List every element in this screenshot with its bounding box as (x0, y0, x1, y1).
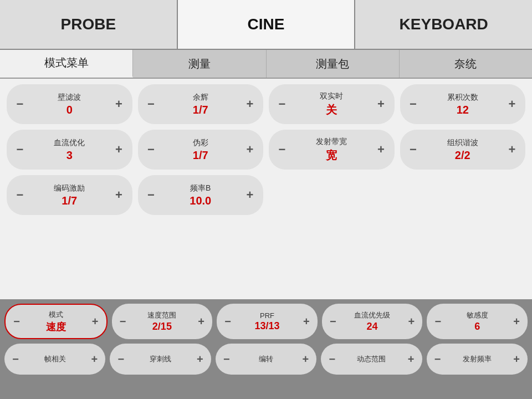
encode-minus[interactable]: − (220, 353, 233, 366)
pseudo-color-plus[interactable]: + (242, 144, 258, 156)
flow-priority-plus[interactable]: + (405, 315, 418, 328)
tissue-harmonic-minus[interactable]: − (406, 144, 421, 156)
mode-label: 模式 (49, 310, 63, 320)
wall-filter-value: 0 (66, 104, 73, 116)
bottom-control-dynamic-range: − 动态范围 + (321, 344, 422, 375)
emit-freq-plus[interactable]: + (510, 353, 523, 366)
tab-cine[interactable]: CINE (178, 0, 356, 49)
sub-tab-bar: 模式菜单 测量 测量包 奈统 (0, 50, 532, 79)
bottom-control-emit-freq: − 发射频率 + (427, 344, 528, 375)
speed-range-minus[interactable]: − (116, 315, 130, 328)
flow-optimize-label: 血流优化 (54, 138, 85, 148)
control-afterglow: − 余辉 1/7 + (138, 84, 264, 124)
speed-range-plus[interactable]: + (195, 315, 208, 328)
dual-realtime-minus[interactable]: − (274, 98, 290, 110)
flow-optimize-plus[interactable]: + (111, 144, 127, 156)
prf-plus[interactable]: + (300, 315, 313, 328)
code-excite-value: 1/7 (62, 195, 77, 207)
afterglow-label: 余辉 (193, 93, 208, 103)
puncture-line-label: 穿刺线 (150, 354, 171, 364)
freq-b-plus[interactable]: + (242, 189, 258, 201)
sensitivity-plus[interactable]: + (510, 315, 523, 328)
subtab-system[interactable]: 奈统 (400, 50, 532, 78)
puncture-line-minus[interactable]: − (114, 353, 127, 366)
control-flow-optimize: − 血流优化 3 + (7, 130, 132, 170)
pseudo-color-label: 伪彩 (193, 138, 208, 148)
mode-plus[interactable]: + (89, 315, 102, 328)
frame-corr-plus[interactable]: + (88, 353, 101, 366)
wall-filter-plus[interactable]: + (111, 98, 127, 110)
tissue-harmonic-label: 组织谐波 (447, 138, 478, 148)
flow-priority-minus[interactable]: − (326, 315, 340, 328)
tissue-harmonic-plus[interactable]: + (504, 144, 520, 156)
pseudo-color-minus[interactable]: − (144, 144, 159, 156)
bottom-control-flow-priority: − 血流优先级 24 + (322, 304, 423, 339)
bottom-control-frame-corr: − 帧相关 + (4, 344, 105, 375)
wall-filter-minus[interactable]: − (12, 98, 28, 110)
pseudo-color-value: 1/7 (193, 149, 208, 162)
emit-freq-label: 发射频率 (463, 354, 492, 364)
dynamic-range-plus[interactable]: + (405, 353, 418, 366)
bottom-control-prf: − PRF 13/13 + (217, 304, 318, 339)
controls-grid: − 壁滤波 0 + − 余辉 1/7 + − 双实时 关 + − (0, 79, 532, 299)
prf-value: 13/13 (254, 320, 279, 332)
control-code-excite: − 编码激励 1/7 + (7, 175, 132, 215)
bottom-row1: − 模式 速度 + − 速度范围 2/15 + − PRF 13/13 + − (4, 304, 528, 339)
accum-times-plus[interactable]: + (504, 98, 520, 110)
bottom-bar: − 模式 速度 + − 速度范围 2/15 + − PRF 13/13 + − (0, 299, 532, 378)
dual-realtime-label: 双实时 (320, 91, 343, 101)
accum-times-label: 累积次数 (447, 93, 478, 103)
emit-freq-minus[interactable]: − (431, 353, 444, 366)
control-emit-bandwidth: − 发射带宽 宽 + (269, 130, 395, 170)
tab-probe[interactable]: PROBE (0, 0, 178, 49)
afterglow-value: 1/7 (193, 104, 208, 116)
speed-range-label: 速度范围 (147, 310, 176, 320)
subtab-mode-menu[interactable]: 模式菜单 (0, 50, 133, 78)
control-wall-filter: − 壁滤波 0 + (7, 84, 132, 124)
code-excite-label: 编码激励 (54, 183, 85, 193)
prf-minus[interactable]: − (221, 315, 234, 328)
tab-keyboard[interactable]: KEYBOARD (355, 0, 532, 49)
subtab-measure-pack[interactable]: 测量包 (267, 50, 400, 78)
flow-priority-label: 血流优先级 (354, 310, 390, 320)
freq-b-minus[interactable]: − (144, 189, 159, 201)
freq-b-value: 10.0 (190, 195, 211, 207)
frame-corr-label: 帧相关 (44, 354, 66, 364)
emit-bandwidth-label: 发射带宽 (316, 137, 347, 147)
encode-plus[interactable]: + (299, 353, 312, 366)
dual-realtime-plus[interactable]: + (374, 98, 389, 110)
mode-minus[interactable]: − (10, 315, 23, 328)
bottom-control-speed-range: − 速度范围 2/15 + (112, 304, 213, 339)
emit-bandwidth-plus[interactable]: + (374, 144, 389, 156)
sensitivity-value: 6 (474, 321, 480, 332)
bottom-row2: − 帧相关 + − 穿刺线 + − 编转 + − 动态范围 + (4, 344, 528, 375)
prf-label: PRF (260, 311, 274, 320)
sensitivity-minus[interactable]: − (431, 315, 444, 328)
frame-corr-minus[interactable]: − (9, 353, 22, 366)
emit-bandwidth-minus[interactable]: − (274, 144, 290, 156)
speed-range-value: 2/15 (152, 321, 172, 332)
emit-bandwidth-value: 宽 (326, 148, 337, 163)
bottom-control-puncture-line: − 穿刺线 + (110, 344, 211, 375)
flow-optimize-minus[interactable]: − (12, 144, 28, 156)
code-excite-minus[interactable]: − (12, 189, 28, 201)
control-dual-realtime: − 双实时 关 + (269, 84, 395, 124)
sensitivity-label: 敏感度 (467, 310, 488, 320)
afterglow-minus[interactable]: − (144, 98, 159, 110)
dynamic-range-label: 动态范围 (357, 354, 386, 364)
wall-filter-label: 壁滤波 (58, 93, 81, 103)
code-excite-plus[interactable]: + (111, 189, 127, 201)
dynamic-range-minus[interactable]: − (325, 353, 339, 366)
control-freq-b: − 频率B 10.0 + (138, 175, 264, 215)
main-area: 模式菜单 测量 测量包 奈统 − 壁滤波 0 + − 余辉 1/7 (0, 50, 532, 299)
flow-priority-value: 24 (367, 321, 378, 332)
puncture-line-plus[interactable]: + (193, 353, 207, 366)
top-tab-bar: PROBE CINE KEYBOARD (0, 0, 532, 50)
subtab-measure[interactable]: 测量 (133, 50, 266, 78)
accum-times-minus[interactable]: − (406, 98, 421, 110)
freq-b-label: 频率B (190, 183, 211, 193)
tissue-harmonic-value: 2/2 (455, 149, 470, 162)
bottom-control-mode: − 模式 速度 + (4, 304, 108, 339)
afterglow-plus[interactable]: + (242, 98, 258, 110)
control-pseudo-color: − 伪彩 1/7 + (138, 130, 264, 170)
